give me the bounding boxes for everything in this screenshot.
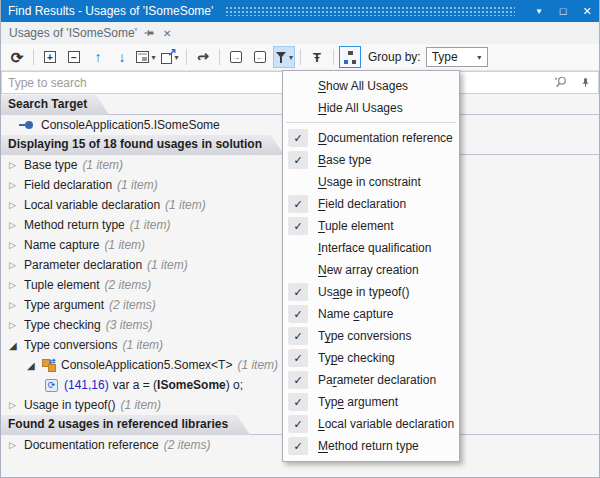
export-button[interactable]: ↗▾ [159, 46, 181, 68]
checkmark-icon [288, 239, 308, 257]
jump-arrow-icon: ↪ [197, 49, 209, 65]
pin-icon[interactable] [580, 76, 591, 89]
expander-icon[interactable]: ▷ [9, 300, 24, 310]
menu-item-label: Name capture [318, 307, 393, 321]
menu-item-parameter-declaration[interactable]: ✓Parameter declaration [284, 369, 458, 391]
maximize-button[interactable]: □ [551, 0, 575, 22]
item-count: (2 items) [105, 278, 152, 292]
refresh-icon: ⟳ [11, 50, 24, 65]
checkmark-icon: ✓ [288, 415, 308, 433]
window-menu-button[interactable]: ▼ [527, 0, 551, 22]
menu-item-label: Show All Usages [318, 79, 408, 93]
collapse-all-button[interactable]: − [63, 46, 85, 68]
expander-icon[interactable]: ▷ [9, 160, 24, 170]
expander-icon[interactable]: ◢ [9, 340, 24, 351]
close-button[interactable]: ✕ [575, 0, 599, 22]
menu-item-new-array-creation[interactable]: New array creation [284, 259, 458, 281]
menu-item-method-return-type[interactable]: ✓Method return type [284, 435, 458, 457]
menu-item-type-checking[interactable]: ✓Type checking [284, 347, 458, 369]
collapse-all-icon: − [68, 51, 80, 63]
section-header: Found 2 usages in referenced libraries [1, 415, 250, 435]
titlebar-grip[interactable] [225, 6, 515, 16]
titlebar[interactable]: Find Results - Usages of 'ISomeSome' ▼ □… [1, 0, 599, 22]
menu-item-usage-in-typeof[interactable]: ✓Usage in typeof() [284, 281, 458, 303]
menu-item-name-capture[interactable]: ✓Name capture [284, 303, 458, 325]
toolbar-separator [333, 49, 334, 65]
group-label: Base type [24, 158, 77, 172]
menu-item-hide-all-usages[interactable]: Hide All Usages [284, 97, 458, 119]
checkmark-icon [288, 77, 308, 95]
expander-icon[interactable]: ▷ [9, 180, 24, 190]
menu-item-show-all-usages[interactable]: Show All Usages [284, 75, 458, 97]
expander-icon[interactable]: ▷ [9, 220, 24, 230]
menu-item-label: Usage in typeof() [318, 285, 409, 299]
group-label: Method return type [24, 218, 125, 232]
menu-item-label: New array creation [318, 263, 419, 277]
checkmark-icon [288, 99, 308, 117]
expand-all-button[interactable]: + [39, 46, 61, 68]
tab-usages[interactable]: Usages of 'ISomeSome' ✕ [1, 22, 181, 44]
item-count: (1 item) [82, 158, 123, 172]
expander-icon[interactable]: ▷ [9, 240, 24, 250]
expander-icon[interactable]: ▷ [9, 260, 24, 270]
expander-icon[interactable]: ▷ [9, 200, 24, 210]
checkmark-icon: ✓ [288, 393, 308, 411]
toolbar: ⟳ + − ↑ ↓ ▾ ↗▾ ↪ → ← ▾ Ŧ Group by: Type … [1, 44, 599, 71]
menu-item-type-argument[interactable]: ✓Type argument [284, 391, 458, 413]
chevron-down-icon[interactable]: ▾ [151, 53, 155, 62]
pin-icon[interactable] [143, 27, 155, 39]
menu-item-base-type[interactable]: ✓Base type [284, 149, 458, 171]
location-link[interactable]: (141,16) [64, 378, 109, 392]
expander-icon[interactable]: ▷ [9, 280, 24, 290]
menu-item-local-variable-declaration[interactable]: ✓Local variable declaration [284, 413, 458, 435]
export-icon: ↗ [161, 53, 172, 64]
menu-item-label: Type conversions [318, 329, 411, 343]
menu-item-documentation-reference[interactable]: ✓Documentation reference [284, 127, 458, 149]
group-label: Documentation reference [24, 438, 159, 452]
section-header: Displaying 15 of 18 found usages in solu… [1, 135, 284, 155]
code-text: ) o; [226, 378, 243, 392]
chevron-down-icon[interactable]: ▾ [289, 53, 293, 62]
grouping-icon [344, 51, 357, 64]
usage-result-icon: ⟳ [45, 379, 58, 392]
expander-icon[interactable]: ▷ [9, 320, 24, 330]
previous-usage-button[interactable]: ↑ [87, 46, 109, 68]
filter-button[interactable]: ▾ [273, 46, 295, 68]
group-label: Type conversions [24, 338, 117, 352]
menu-item-label: Hide All Usages [318, 101, 403, 115]
expander-icon[interactable]: ▷ [9, 440, 24, 450]
menu-item-tuple-element[interactable]: ✓Tuple element [284, 215, 458, 237]
item-count: (1 item) [117, 178, 158, 192]
item-count: (1 item) [120, 398, 161, 412]
menu-item-label: Field declaration [318, 197, 406, 211]
menu-item-usage-in-constraint[interactable]: Usage in constraint [284, 171, 458, 193]
menu-item-label: Interface qualification [318, 241, 431, 255]
next-usage-button[interactable]: ↓ [111, 46, 133, 68]
item-count: (1 item) [130, 218, 171, 232]
combo-dropdown-icon[interactable]: ▾ [472, 53, 487, 62]
item-count: (2 items) [164, 438, 211, 452]
item-count: (1 item) [165, 198, 206, 212]
menu-item-type-conversions[interactable]: ✓Type conversions [284, 325, 458, 347]
search-icon[interactable] [553, 75, 568, 90]
collapse-usages-icon: Ŧ [313, 50, 321, 65]
preview-button[interactable]: ▾ [135, 46, 157, 68]
collapse-usages-button[interactable]: Ŧ [306, 46, 328, 68]
menu-item-label: Base type [318, 153, 371, 167]
group-by-combobox[interactable]: Type ▾ [426, 47, 488, 67]
menu-item-interface-qualification[interactable]: Interface qualification [284, 237, 458, 259]
checkmark-icon: ✓ [288, 217, 308, 235]
move-to-window-button[interactable]: ← [249, 46, 271, 68]
tab-close-icon[interactable]: ✕ [161, 28, 173, 39]
move-to-new-tab-button[interactable]: → [225, 46, 247, 68]
jump-to-usage-button[interactable]: ↪ [192, 46, 214, 68]
checkmark-icon: ✓ [288, 327, 308, 345]
group-label: Tuple element [24, 278, 100, 292]
expander-icon[interactable]: ▷ [9, 400, 24, 410]
expander-icon[interactable]: ◢ [27, 360, 42, 371]
menu-item-field-declaration[interactable]: ✓Field declaration [284, 193, 458, 215]
grouping-toggle-button[interactable] [339, 46, 361, 68]
refresh-button[interactable]: ⟳ [6, 46, 28, 68]
up-arrow-icon: ↑ [95, 50, 102, 64]
checkmark-icon: ✓ [288, 283, 308, 301]
